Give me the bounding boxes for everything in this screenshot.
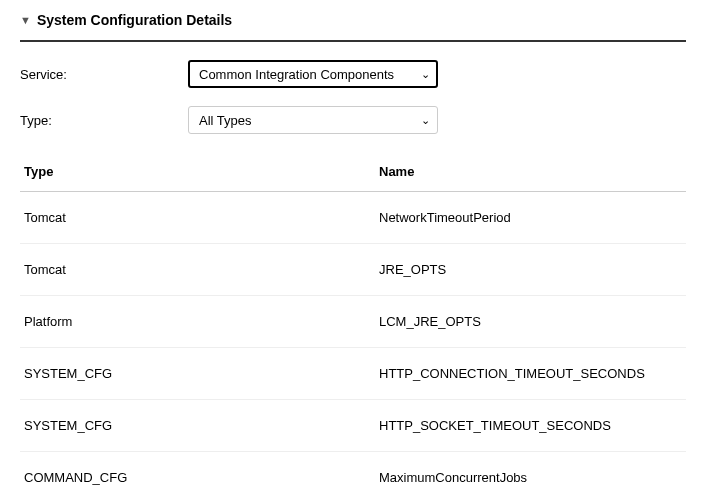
cell-type: SYSTEM_CFG bbox=[20, 400, 375, 452]
table-row: COMMAND_CFG MaximumConcurrentJobs bbox=[20, 452, 686, 503]
cell-name: HTTP_SOCKET_TIMEOUT_SECONDS bbox=[375, 400, 686, 452]
section-title: System Configuration Details bbox=[37, 12, 232, 28]
header-name: Name bbox=[375, 152, 686, 192]
cell-name: NetworkTimeoutPeriod bbox=[375, 192, 686, 244]
filter-type-row: Type: All Types ⌄ bbox=[20, 106, 686, 134]
header-type: Type bbox=[20, 152, 375, 192]
service-label: Service: bbox=[20, 67, 188, 82]
cell-type: Tomcat bbox=[20, 192, 375, 244]
service-select[interactable]: Common Integration Components bbox=[188, 60, 438, 88]
cell-name: LCM_JRE_OPTS bbox=[375, 296, 686, 348]
table-row: Platform LCM_JRE_OPTS bbox=[20, 296, 686, 348]
cell-type: SYSTEM_CFG bbox=[20, 348, 375, 400]
table-row: SYSTEM_CFG HTTP_SOCKET_TIMEOUT_SECONDS bbox=[20, 400, 686, 452]
table-row: Tomcat JRE_OPTS bbox=[20, 244, 686, 296]
collapse-icon[interactable]: ▼ bbox=[20, 15, 31, 26]
type-select[interactable]: All Types bbox=[188, 106, 438, 134]
type-select-wrap: All Types ⌄ bbox=[188, 106, 438, 134]
type-label: Type: bbox=[20, 113, 188, 128]
service-select-wrap: Common Integration Components ⌄ bbox=[188, 60, 438, 88]
section-header: ▼ System Configuration Details bbox=[20, 12, 686, 42]
cell-name: JRE_OPTS bbox=[375, 244, 686, 296]
cell-type: COMMAND_CFG bbox=[20, 452, 375, 503]
cell-name: HTTP_CONNECTION_TIMEOUT_SECONDS bbox=[375, 348, 686, 400]
cell-type: Tomcat bbox=[20, 244, 375, 296]
cell-name: MaximumConcurrentJobs bbox=[375, 452, 686, 503]
table-row: SYSTEM_CFG HTTP_CONNECTION_TIMEOUT_SECON… bbox=[20, 348, 686, 400]
table-row: Tomcat NetworkTimeoutPeriod bbox=[20, 192, 686, 244]
table-header-row: Type Name bbox=[20, 152, 686, 192]
cell-type: Platform bbox=[20, 296, 375, 348]
filter-service-row: Service: Common Integration Components ⌄ bbox=[20, 60, 686, 88]
config-table: Type Name Tomcat NetworkTimeoutPeriod To… bbox=[20, 152, 686, 502]
